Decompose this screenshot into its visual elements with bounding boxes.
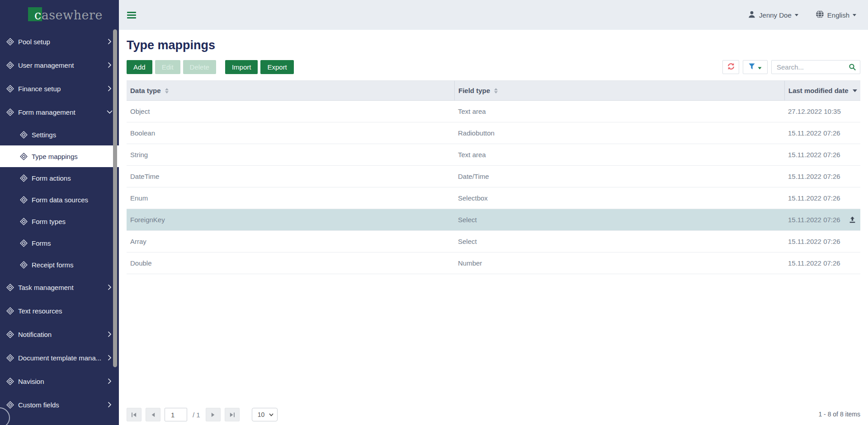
sidebar-item-pool-setup[interactable]: Pool setup <box>0 30 119 53</box>
next-page-button[interactable] <box>206 408 221 421</box>
page-size-value: 10 <box>258 411 265 418</box>
cell-data-type: String <box>127 144 454 165</box>
search-input[interactable] <box>771 60 860 74</box>
language-label: English <box>827 11 849 19</box>
sidebar-item-receipt-forms[interactable]: Receipt forms <box>0 254 119 276</box>
sidebar-item-custom-fields[interactable]: Custom fields <box>0 393 119 416</box>
module-icon <box>20 196 28 204</box>
cell-data-type: ForeignKey <box>127 209 454 230</box>
sidebar-item-label: Form management <box>18 108 75 116</box>
sidebar-item-user-management[interactable]: User management <box>0 53 119 77</box>
column-header-data-type[interactable]: Data type <box>127 81 454 100</box>
sidebar-item-label: User management <box>18 61 74 69</box>
sort-icon <box>494 86 498 95</box>
logo-rest: asewhere <box>42 8 103 22</box>
sidebar-item-form-management[interactable]: Form management <box>0 100 119 124</box>
sidebar-item-label: Receipt forms <box>32 261 74 269</box>
cell-last-modified: 15.11.2022 07:26 <box>784 187 860 209</box>
page-title: Type mappings <box>127 39 860 51</box>
table-row[interactable]: DateTime Date/Time 15.11.2022 07:26 <box>127 166 860 187</box>
logo-text: casewhere <box>34 8 103 22</box>
topbar-right: Jenny Doe English <box>748 10 868 20</box>
chevron-down-icon <box>107 110 113 114</box>
sidebar-item-task-management[interactable]: Task management <box>0 276 119 299</box>
sidebar-item-label: Form data sources <box>32 196 88 204</box>
sidebar-item-document-template-management[interactable]: Document template mana... <box>0 346 119 369</box>
chevron-down-icon <box>853 14 856 18</box>
table-row[interactable]: String Text area 15.11.2022 07:26 <box>127 144 860 166</box>
sidebar-item-text-resources[interactable]: Text resources <box>0 299 119 322</box>
delete-button[interactable]: Delete <box>183 60 216 74</box>
module-icon <box>6 85 14 93</box>
table-row[interactable]: Double Number 15.11.2022 07:26 <box>127 252 860 274</box>
module-icon <box>6 307 14 315</box>
cell-field-type: Number <box>454 252 784 274</box>
chevron-right-icon <box>108 62 112 68</box>
edit-button[interactable]: Edit <box>155 60 180 74</box>
user-name: Jenny Doe <box>759 11 792 19</box>
sidebar-item-form-data-sources[interactable]: Form data sources <box>0 189 119 210</box>
search-icon[interactable] <box>849 63 856 73</box>
module-icon <box>6 331 14 338</box>
sidebar-item-notification[interactable]: Notification <box>0 322 119 346</box>
cell-data-type: DateTime <box>127 166 454 187</box>
import-button[interactable]: Import <box>225 60 258 74</box>
menu-toggle-icon[interactable] <box>127 12 136 19</box>
table-row-selected[interactable]: ForeignKey Select 15.11.2022 07:26 <box>127 209 860 231</box>
export-button[interactable]: Export <box>260 60 293 74</box>
sort-icon <box>165 86 169 95</box>
app-logo[interactable]: casewhere <box>0 0 119 30</box>
last-page-button[interactable] <box>225 408 240 421</box>
previous-page-button[interactable] <box>146 408 160 421</box>
module-icon <box>6 378 14 385</box>
upload-icon[interactable] <box>849 216 856 224</box>
language-menu[interactable]: English <box>816 10 856 20</box>
total-pages-label: / 1 <box>193 411 200 419</box>
table-toolbar-right <box>722 60 860 74</box>
module-icon <box>20 153 28 160</box>
sidebar-item-type-mappings[interactable]: Type mappings <box>0 145 119 167</box>
table-row[interactable]: Enum Selectbox 15.11.2022 07:26 <box>127 187 860 209</box>
page-size-select[interactable]: 10 <box>252 408 278 421</box>
table-row[interactable]: Boolean Radiobutton 15.11.2022 07:26 <box>127 122 860 144</box>
sidebar-item-form-types[interactable]: Form types <box>0 210 119 232</box>
sidebar-nav: Pool setup User management Finance setup… <box>0 30 119 416</box>
sidebar: casewhere Pool setup User management Fin… <box>0 0 119 425</box>
filter-icon <box>749 63 755 71</box>
sidebar-item-navision[interactable]: Navision <box>0 369 119 393</box>
column-header-field-type[interactable]: Field type <box>454 81 784 100</box>
sidebar-scrollbar[interactable] <box>113 29 117 367</box>
sort-desc-icon <box>853 89 857 94</box>
main-content: Type mappings Add Edit Delete Import Exp… <box>119 30 868 425</box>
cell-field-type: Text area <box>454 101 784 122</box>
sidebar-item-finance-setup[interactable]: Finance setup <box>0 77 119 100</box>
sidebar-item-label: Form types <box>32 218 66 225</box>
type-mappings-table: Data type Field type Last modified date … <box>127 80 860 274</box>
cell-data-type: Boolean <box>127 122 454 144</box>
column-header-label: Last modified date <box>788 87 849 94</box>
table-row[interactable]: Object Text area 27.12.2022 10:35 <box>127 101 860 122</box>
page-number-input[interactable] <box>165 408 187 421</box>
column-header-label: Field type <box>458 87 490 94</box>
module-icon <box>6 284 14 291</box>
add-button[interactable]: Add <box>127 60 152 74</box>
sidebar-item-form-actions[interactable]: Form actions <box>0 167 119 189</box>
filter-button[interactable] <box>743 60 768 74</box>
cell-field-type: Date/Time <box>454 166 784 187</box>
first-page-button[interactable] <box>127 408 142 421</box>
sidebar-item-forms[interactable]: Forms <box>0 232 119 254</box>
sidebar-item-label: Text resources <box>18 307 62 315</box>
sidebar-item-label: Forms <box>32 239 51 247</box>
sidebar-item-label: Document template mana... <box>18 354 101 362</box>
module-icon <box>20 131 28 139</box>
table-row[interactable]: Array Select 15.11.2022 07:26 <box>127 231 860 252</box>
cell-last-modified: 15.11.2022 07:26 <box>784 166 860 187</box>
refresh-button[interactable] <box>722 60 739 74</box>
sidebar-item-settings[interactable]: Settings <box>0 124 119 145</box>
sidebar-item-label: Settings <box>32 131 56 139</box>
column-header-last-modified-date[interactable]: Last modified date <box>784 81 860 100</box>
action-toolbar: Add Edit Delete Import Export <box>127 60 860 74</box>
cell-field-type: Text area <box>454 144 784 165</box>
module-icon <box>20 261 28 269</box>
user-menu[interactable]: Jenny Doe <box>748 10 798 20</box>
